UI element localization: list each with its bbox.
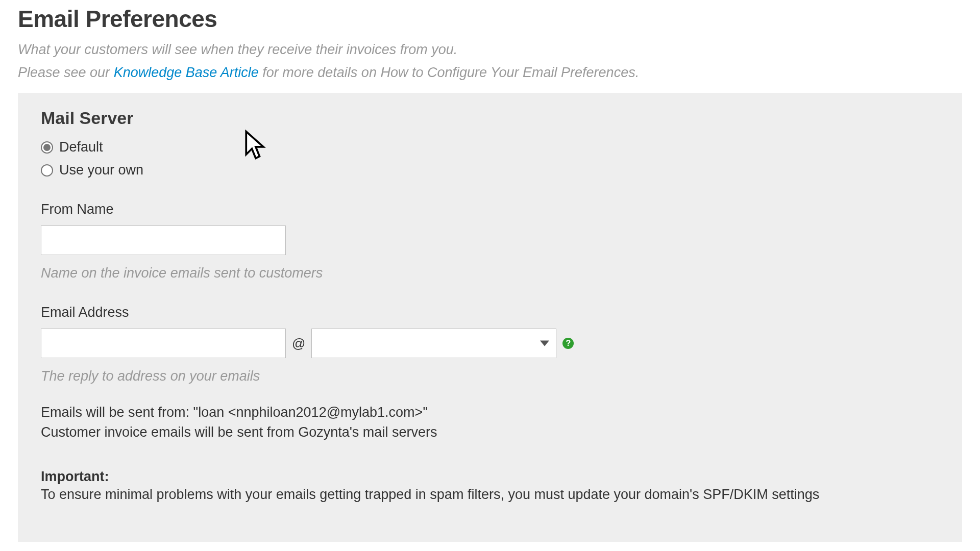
radio-default[interactable]: Default [41,139,939,155]
email-address-help: The reply to address on your emails [41,368,939,384]
important-label: Important: [41,469,939,485]
radio-use-own[interactable]: Use your own [41,162,939,178]
email-local-input[interactable] [41,329,286,358]
email-address-label: Email Address [41,305,939,320]
from-name-help: Name on the invoice emails sent to custo… [41,265,939,281]
page-subtitle: What your customers will see when they r… [18,42,962,58]
important-text: To ensure minimal problems with your ema… [41,485,939,505]
kb-article-link[interactable]: Knowledge Base Article [114,65,259,80]
at-symbol: @ [292,336,305,352]
mail-server-heading: Mail Server [41,108,939,128]
kb-suffix: for more details on How to Configure You… [259,65,639,80]
email-domain-select[interactable] [311,329,556,358]
sent-from-text: Emails will be sent from: "loan <nnphilo… [41,403,939,422]
server-note-text: Customer invoice emails will be sent fro… [41,422,939,442]
help-icon[interactable]: ? [562,338,574,349]
kb-prefix: Please see our [18,65,114,80]
radio-icon [41,141,53,154]
page-title: Email Preferences [18,5,962,33]
kb-line: Please see our Knowledge Base Article fo… [18,65,962,81]
radio-default-label: Default [59,139,103,155]
settings-panel: Mail Server Default Use your own From Na… [18,93,962,542]
from-name-input[interactable] [41,226,286,255]
radio-icon [41,164,53,177]
from-name-label: From Name [41,202,939,217]
radio-use-own-label: Use your own [59,162,143,178]
